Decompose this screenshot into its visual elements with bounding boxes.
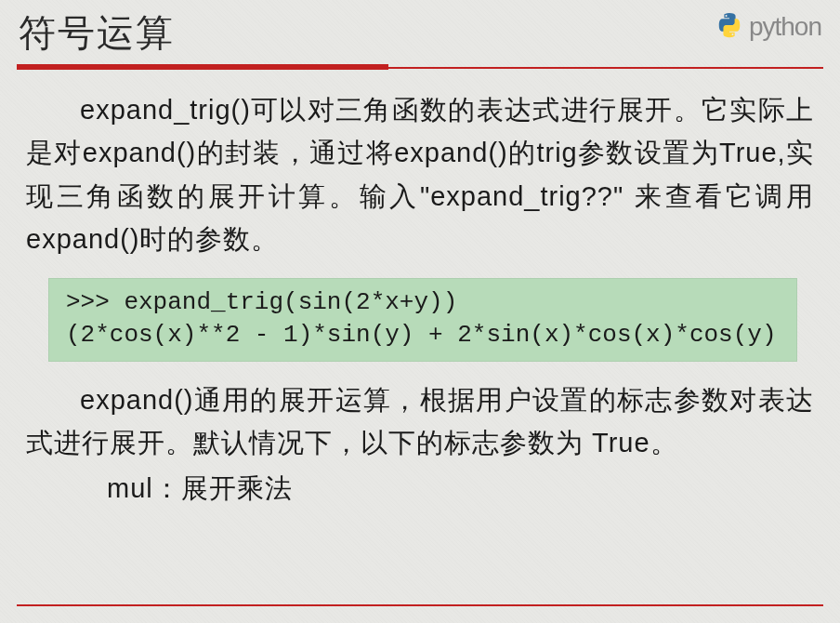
bottom-divider: [17, 604, 823, 606]
paragraph-3: mul：展开乘法: [26, 467, 814, 510]
python-brand-text: python: [749, 12, 821, 42]
code-line-2: (2*cos(x)**2 - 1)*sin(y) + 2*sin(x)*cos(…: [66, 319, 780, 351]
paragraph-2: expand()通用的展开运算，根据用户设置的标志参数对表达式进行展开。默认情况…: [26, 378, 814, 465]
code-line-1: >>> expand_trig(sin(2*x+y)): [66, 286, 780, 319]
python-icon: [715, 11, 743, 43]
python-logo: python: [715, 11, 821, 43]
code-example: >>> expand_trig(sin(2*x+y)) (2*cos(x)**2…: [48, 278, 797, 362]
header: 符号运算 python: [0, 0, 840, 59]
content-area: expand_trig()可以对三角函数的表达式进行展开。它实际上是对expan…: [0, 70, 840, 510]
page-title: 符号运算: [19, 7, 175, 59]
paragraph-1: expand_trig()可以对三角函数的表达式进行展开。它实际上是对expan…: [26, 88, 814, 261]
title-underline: [17, 64, 823, 70]
